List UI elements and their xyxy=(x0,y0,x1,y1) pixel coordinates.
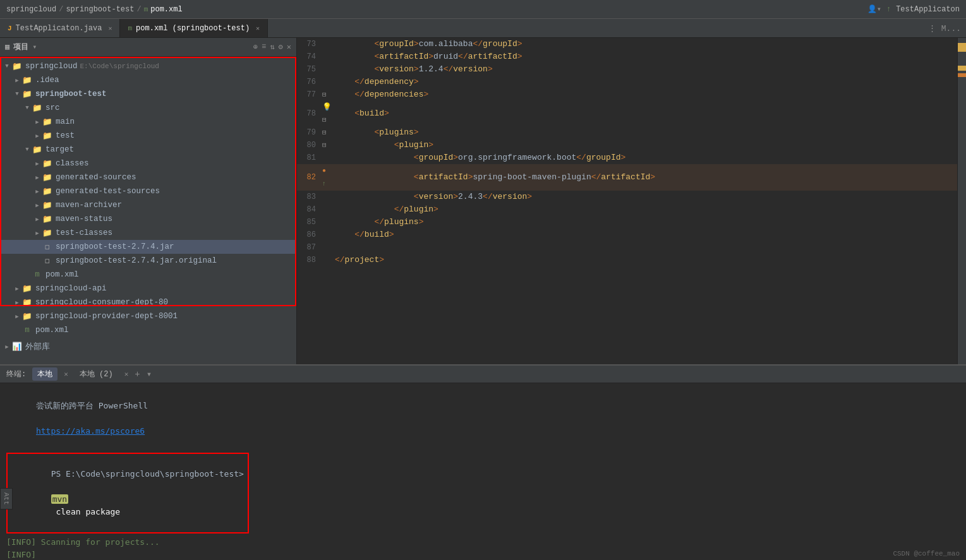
command-box: PS E:\Code\springcloud\springboot-test> … xyxy=(6,453,249,533)
folder-icon-test: 📁 xyxy=(42,131,53,141)
breadcrumb-springcloud[interactable]: springcloud xyxy=(6,5,56,14)
terminal-tab-local2[interactable]: 本地 (2) xyxy=(75,367,118,381)
tree-maven-status[interactable]: ▶ 📁 maven-status xyxy=(0,212,296,226)
tree-label-classes: classes xyxy=(56,159,89,168)
folder-icon-test-classes: 📁 xyxy=(42,228,53,238)
code-line-77: 77 ⊟ </dependencies> xyxy=(297,88,957,101)
terminal-prompt-line: PS E:\Code\springcloud\springboot-test> … xyxy=(11,469,244,529)
tree-pom-xml[interactable]: m pom.xml xyxy=(0,268,296,282)
tree-label-maven-status: maven-status xyxy=(56,215,112,223)
tree-provider[interactable]: ▶ 📁 springcloud-provider-dept-8001 xyxy=(0,309,296,323)
tree-label-generated-sources: generated-sources xyxy=(56,173,136,182)
folder-icon-provider: 📁 xyxy=(21,311,33,321)
title-bar: springcloud / springboot-test / m pom.xm… xyxy=(0,0,966,19)
add-terminal[interactable]: + xyxy=(135,369,140,379)
toolbar-label: 项目 xyxy=(13,42,28,52)
dropdown-arrow[interactable]: ▾ xyxy=(32,42,37,52)
project-icon: ▦ xyxy=(5,42,9,52)
user-icon[interactable]: 👤▾ xyxy=(867,4,881,14)
jar-icon-1: ◻ xyxy=(42,242,53,252)
sidebar-toolbar: ▦ 项目 ▾ ⊕ ≡ ⇅ ⚙ ✕ xyxy=(0,38,296,57)
close-sidebar-icon[interactable]: ✕ xyxy=(287,42,291,52)
fold-icon-77[interactable]: ⊟ xyxy=(322,91,327,98)
breadcrumb: springcloud / springboot-test / m pom.xm… xyxy=(6,5,183,14)
tree-generated-test-sources[interactable]: ▶ 📁 generated-test-sources xyxy=(0,184,296,198)
update-icon[interactable]: ↑ xyxy=(886,5,891,14)
code-line-86: 86 </build> xyxy=(297,229,957,241)
tree-label-consumer: springcloud-consumer-dept-80 xyxy=(35,298,168,307)
terminal-arrow[interactable]: ▾ xyxy=(147,369,152,379)
tree-springcloud-api[interactable]: ▶ 📁 springcloud-api xyxy=(0,282,296,295)
tab-pomxml[interactable]: m pom.xml (springboot-test) ✕ xyxy=(120,19,268,37)
bottom-panel: 终端: 本地 ✕ 本地 (2) ✕ + ▾ 尝试新的跨平台 PowerShell… xyxy=(0,364,966,560)
tree-label-idea: .idea xyxy=(35,76,59,85)
tree-label-api: springcloud-api xyxy=(35,284,107,293)
xml-icon-breadcrumb: m xyxy=(144,6,148,13)
folder-icon-target: 📁 xyxy=(32,145,43,155)
tree-jar2[interactable]: ◻ springboot-test-2.7.4.jar.original xyxy=(0,254,296,268)
scope-icon[interactable]: ⊕ xyxy=(253,42,258,52)
tree-test[interactable]: ▶ 📁 test xyxy=(0,129,296,143)
close-tab-testapplication[interactable]: ✕ xyxy=(108,25,112,32)
mvn-highlight: mvn xyxy=(51,494,68,504)
code-line-74: 74 <artifactId>druid</artifactId> xyxy=(297,51,957,63)
warning-marker-1 xyxy=(958,43,966,52)
tree-springcloud[interactable]: ▼ 📁 springcloud E:\Code\springcloud xyxy=(0,59,296,73)
close-tab-pomxml[interactable]: ✕ xyxy=(256,25,260,32)
tree-label-maven-archiver: maven-archiver xyxy=(56,201,122,210)
fold-icon-78[interactable]: ⊟ xyxy=(322,116,327,124)
code-line-78: 78 💡 ⊟ <build> xyxy=(297,101,957,126)
more-tabs[interactable]: ⋮ M... xyxy=(923,19,966,37)
folder-icon-api: 📁 xyxy=(21,283,33,294)
external-libs-icon: 📊 xyxy=(11,342,23,352)
close-local-tab[interactable]: ✕ xyxy=(64,370,68,378)
folder-icon-classes: 📁 xyxy=(42,158,53,169)
folder-icon-generated-sources: 📁 xyxy=(42,172,53,182)
tab-testapplication[interactable]: J TestApplicaton.java ✕ xyxy=(0,19,120,37)
breakpoint-icon[interactable]: ● xyxy=(322,167,326,174)
tree-root-pom[interactable]: m pom.xml xyxy=(0,323,296,337)
expand-icon[interactable]: ⇅ xyxy=(270,42,274,52)
testapp-label: TestApplicaton xyxy=(896,5,960,14)
tree-label-src: src xyxy=(45,104,60,112)
bulb-icon-78[interactable]: 💡 xyxy=(322,103,332,112)
tree-jar1[interactable]: ◻ springboot-test-2.7.4.jar xyxy=(0,240,296,254)
fold-icon-79[interactable]: ⊟ xyxy=(322,129,327,136)
folder-icon-generated-test-sources: 📁 xyxy=(42,186,53,196)
code-line-83: 83 <version>2.4.3</version> xyxy=(297,191,957,203)
folder-icon-main: 📁 xyxy=(42,117,53,127)
tree-classes[interactable]: ▶ 📁 classes xyxy=(0,157,296,170)
tab-label-pomxml: pom.xml (springboot-test) xyxy=(136,24,250,33)
tree-generated-sources[interactable]: ▶ 📁 generated-sources xyxy=(0,170,296,184)
close-local2-tab[interactable]: ✕ xyxy=(124,370,129,378)
code-line-75: 75 <version>1.2.4</version> xyxy=(297,63,957,76)
fold-icon-80[interactable]: ⊟ xyxy=(322,141,327,149)
csdn-watermark: CSDN @coffee_mao xyxy=(893,550,960,557)
folder-icon-springcloud: 📁 xyxy=(11,61,23,71)
tree-target[interactable]: ▼ 📁 target xyxy=(0,143,296,157)
tree-src[interactable]: ▼ 📁 src xyxy=(0,101,296,115)
tree-idea[interactable]: ▶ 📁 .idea xyxy=(0,73,296,87)
terminal-info-2: [INFO] xyxy=(6,549,960,560)
terminal-tab-local[interactable]: 本地 xyxy=(32,367,57,381)
tree-external-libs[interactable]: ▶ 📊 外部库 xyxy=(0,340,296,354)
tree-label-springcloud: springcloud xyxy=(25,62,78,71)
tree-main[interactable]: ▶ 📁 main xyxy=(0,115,296,129)
folder-icon-maven-archiver: 📁 xyxy=(42,200,53,210)
code-line-73: 73 <groupId>com.alibaba</groupId> xyxy=(297,38,957,51)
ps-link[interactable]: https://aka.ms/pscore6 xyxy=(36,426,145,436)
terminal-powershell-msg: 尝试新的跨平台 PowerShell https://aka.ms/pscore… xyxy=(6,387,960,450)
tree-consumer[interactable]: ▶ 📁 springcloud-consumer-dept-80 xyxy=(0,295,296,309)
tree-label-target: target xyxy=(45,145,74,154)
sort-icon[interactable]: ≡ xyxy=(262,42,266,52)
folder-icon-springboot-test: 📁 xyxy=(21,89,33,99)
tree-test-classes[interactable]: ▶ 📁 test-classes xyxy=(0,226,296,240)
breadcrumb-springboot-test[interactable]: springboot-test xyxy=(66,5,134,14)
gear-icon[interactable]: ⚙ xyxy=(279,42,283,52)
tree-springboot-test[interactable]: ▼ 📁 springboot-test xyxy=(0,87,296,101)
title-right-icons: 👤▾ ↑ TestApplicaton xyxy=(867,4,960,14)
tree-maven-archiver[interactable]: ▶ 📁 maven-archiver xyxy=(0,198,296,212)
tree-label-springboot-test: springboot-test xyxy=(35,90,107,98)
terminal-info-1: [INFO] Scanning for projects... xyxy=(6,536,960,549)
code-line-85: 85 </plugins> xyxy=(297,216,957,229)
